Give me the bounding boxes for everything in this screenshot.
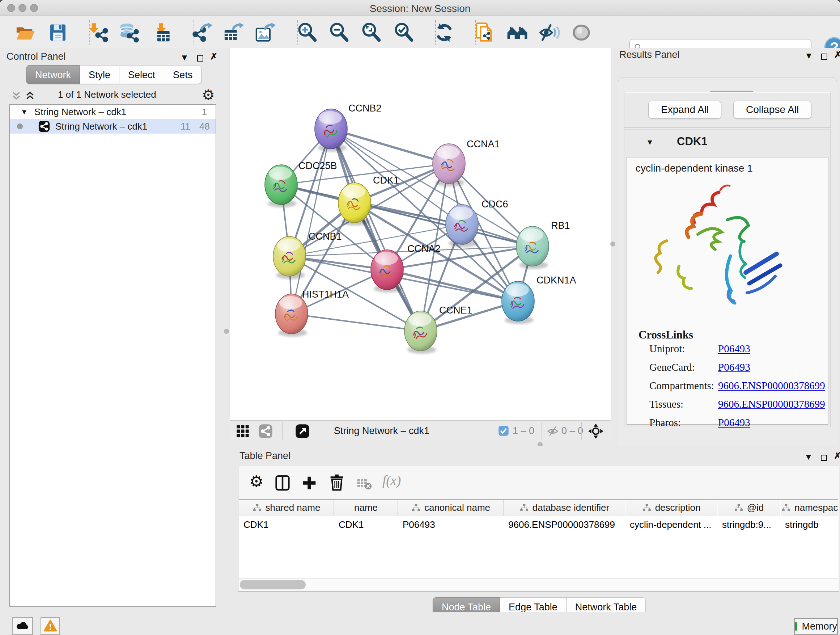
collapse-all-networks-icon[interactable] <box>11 90 22 103</box>
import-table-icon[interactable] <box>152 21 174 44</box>
network-edge[interactable] <box>292 314 421 331</box>
tab-select[interactable]: Select <box>119 65 164 84</box>
table-cell[interactable]: CDK1 <box>239 516 334 532</box>
column-header-description[interactable]: description <box>625 500 717 516</box>
column-header-name[interactable]: name <box>334 500 398 516</box>
status-bar: Memory <box>0 612 840 635</box>
delete-column-trash-icon[interactable] <box>328 473 346 494</box>
table-cell[interactable]: CDK1 <box>334 516 398 532</box>
network-node-CCNE1[interactable] <box>404 311 437 354</box>
control-panel-undock-icon[interactable] <box>197 53 203 64</box>
show-graphics-disabled-icon[interactable] <box>570 21 592 44</box>
delete-table-icon-disabled <box>356 477 372 495</box>
network-node-CDC25B[interactable] <box>265 165 297 207</box>
expand-all-button[interactable]: Expand All <box>648 101 722 119</box>
save-session-icon[interactable] <box>47 21 69 44</box>
table-cell[interactable]: cyclin-dependent ... <box>625 516 717 532</box>
results-panel-float-icon[interactable]: ▼ <box>805 51 813 61</box>
zoom-fit-icon[interactable] <box>360 21 383 44</box>
network-node-CCNB1[interactable] <box>273 236 306 279</box>
control-panel-float-icon[interactable]: ▼ <box>180 52 189 63</box>
clone-network-icon[interactable] <box>473 21 495 44</box>
tab-network[interactable]: Network <box>26 65 80 84</box>
table-cell[interactable]: P06493 <box>398 516 504 532</box>
node-label-RB1: RB1 <box>551 220 570 231</box>
table-cell[interactable]: 9606.ENSP00000378699 <box>504 516 625 532</box>
tab-sets[interactable]: Sets <box>164 65 202 84</box>
network-row-label: String Network – cdk1 <box>55 121 147 132</box>
export-network-icon[interactable] <box>191 21 213 44</box>
results-panel-close-icon[interactable]: ✗ <box>834 50 840 60</box>
tab-style[interactable]: Style <box>80 65 119 84</box>
table-options-gear-icon[interactable]: ⚙ <box>249 472 264 491</box>
table-panel-float-icon[interactable]: ▼ <box>804 452 813 462</box>
scrollbar-thumb[interactable] <box>240 580 306 589</box>
results-panel-title: Results Panel <box>619 49 680 60</box>
column-header-canonical-name[interactable]: canonical name <box>398 500 504 516</box>
column-header-namespace[interactable]: namespace <box>781 500 838 516</box>
network-node-CDC6[interactable] <box>446 204 478 247</box>
zoom-selected-icon[interactable] <box>393 21 415 44</box>
export-image-icon[interactable] <box>254 21 276 44</box>
network-edge[interactable] <box>331 129 421 331</box>
table-horizontal-scrollbar[interactable] <box>239 578 838 591</box>
results-panel-undock-icon[interactable] <box>821 51 827 62</box>
collapse-all-button[interactable]: Collapse All <box>733 101 812 119</box>
table-cell[interactable]: stringdb:9... <box>718 516 780 532</box>
network-options-gear-icon[interactable]: ⚙ <box>202 87 215 103</box>
import-network-database-icon[interactable] <box>118 21 141 44</box>
control-panel-close-icon[interactable]: ✗ <box>210 51 218 62</box>
network-node-CDK1[interactable] <box>338 183 371 226</box>
network-node-CDKN1A[interactable] <box>502 281 534 324</box>
network-edge[interactable] <box>331 129 449 164</box>
network-node-RB1[interactable] <box>516 226 549 269</box>
export-table-icon[interactable] <box>222 21 245 44</box>
column-header-database-identifier[interactable]: database identifier <box>504 500 625 516</box>
cloud-status-button[interactable] <box>12 617 33 635</box>
open-in-window-icon[interactable] <box>295 424 310 441</box>
expand-all-networks-icon[interactable] <box>25 90 35 103</box>
network-view-canvas[interactable]: CCNB2 CCNA1 CDC25B CDK1 <box>230 48 611 420</box>
network-collection-row[interactable]: ▼ String Network – cdk1 1 <box>10 105 216 119</box>
warning-status-button[interactable] <box>41 617 60 635</box>
zoom-out-icon[interactable] <box>328 21 351 44</box>
create-column-icon[interactable] <box>301 474 318 494</box>
string-style-icon[interactable] <box>258 424 273 441</box>
column-header-@id[interactable]: @id <box>718 500 780 516</box>
close-window-button[interactable] <box>7 4 15 12</box>
crosslink-genecard-link[interactable]: P06493 <box>718 361 750 373</box>
open-session-icon[interactable] <box>14 21 36 44</box>
table-panel-undock-icon[interactable] <box>821 452 827 463</box>
network-node-CCNA1[interactable] <box>433 144 465 187</box>
maximize-window-button[interactable] <box>30 4 38 12</box>
refresh-icon[interactable] <box>433 21 455 44</box>
network-list: ▼ String Network – cdk1 1 String Network… <box>9 104 216 607</box>
home-icon[interactable] <box>506 21 529 44</box>
fit-content-crosshair-icon[interactable] <box>588 423 604 442</box>
network-node-CCNB2[interactable] <box>315 109 347 152</box>
hide-graphics-icon[interactable] <box>538 21 561 44</box>
show-columns-icon[interactable] <box>274 474 291 494</box>
table-panel-close-icon[interactable]: ✗ <box>834 451 840 461</box>
left-splitter-handle[interactable] <box>224 329 229 334</box>
crosslink-tissues-link[interactable]: 9606.ENSP00000378699 <box>718 398 825 410</box>
birds-eye-view-icon[interactable] <box>235 424 250 441</box>
table-cell[interactable]: stringdb <box>781 516 838 532</box>
selected-checkbox[interactable] <box>498 425 509 439</box>
network-node-CCNA2[interactable] <box>371 250 403 293</box>
collection-expander-icon[interactable]: ▼ <box>21 108 28 116</box>
network-node-HIST1H1A[interactable] <box>275 294 308 337</box>
column-header-shared-name[interactable]: shared name <box>239 500 334 516</box>
zoom-in-icon[interactable] <box>296 21 319 44</box>
crosslink-compartments-link[interactable]: 9606.ENSP00000378699 <box>718 380 825 392</box>
crosslink-pharos-link[interactable]: P06493 <box>718 417 750 429</box>
right-splitter-handle[interactable] <box>610 241 615 247</box>
network-row-selected[interactable]: String Network – cdk1 11 48 <box>10 119 216 134</box>
crosslink-uniprot-link[interactable]: P06493 <box>718 343 750 355</box>
network-edge[interactable] <box>292 129 331 314</box>
minimize-window-button[interactable] <box>19 4 27 12</box>
gene-collapse-icon[interactable]: ▼ <box>646 138 654 147</box>
memory-button[interactable]: Memory <box>794 618 838 635</box>
crosslink-label: GeneCard: <box>649 361 695 373</box>
import-network-file-icon[interactable] <box>88 21 110 44</box>
